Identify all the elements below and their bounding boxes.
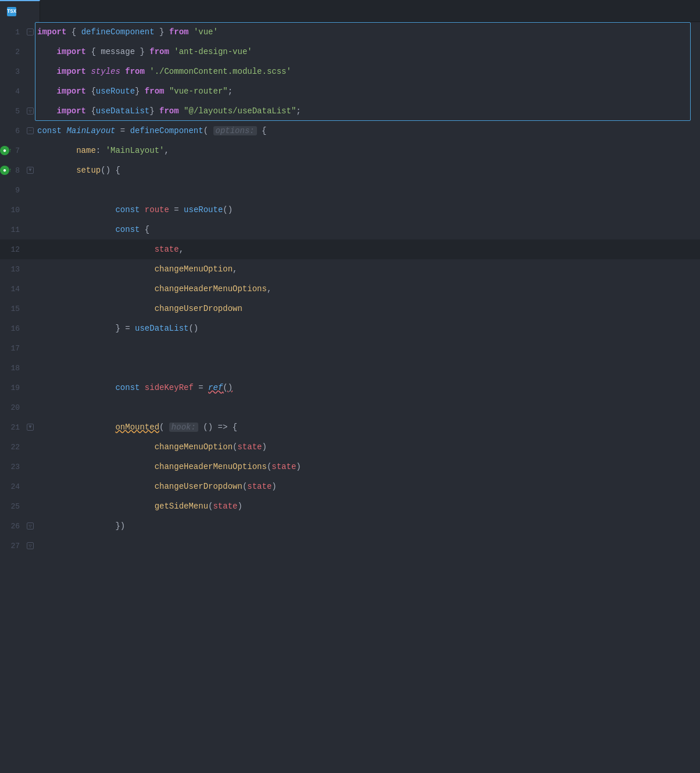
code-line-13: 13 changeMenuOption, <box>0 259 700 279</box>
code-content-23: changeHeaderMenuOptions(state) <box>35 457 700 477</box>
tab-close-button[interactable] <box>23 7 33 16</box>
code-content-3: import styles from './CommonContent.modu… <box>35 62 700 81</box>
code-line-14: 14 changeHeaderMenuOptions, <box>0 279 700 299</box>
code-content-21: onMounted( hook: () => { <box>35 417 700 437</box>
line-number-5: 5 <box>15 107 20 116</box>
code-line-23: 23 changeHeaderMenuOptions(state) <box>0 457 700 477</box>
code-line-5: 5▽ import {useDataList} from "@/layouts/… <box>0 101 700 121</box>
code-content-25: getSideMenu(state) <box>35 496 700 516</box>
line-number-6: 6 <box>15 127 20 135</box>
code-content-27 <box>35 536 700 556</box>
code-line-18: 18 <box>0 358 700 378</box>
code-content-8: setup() { <box>35 160 700 180</box>
line-number-1: 1 <box>15 28 20 37</box>
fold-icon-21[interactable]: ▼ <box>27 424 34 431</box>
code-content-9 <box>35 180 700 200</box>
line-number-17: 17 <box>10 344 20 353</box>
line-number-7: 7 <box>15 146 20 155</box>
code-content-16: } = useDataList() <box>35 318 700 338</box>
line-number-14: 14 <box>10 285 20 294</box>
line-number-23: 23 <box>10 463 20 471</box>
code-content-18 <box>35 358 700 378</box>
editor-area: 1−import { defineComponent } from 'vue'2… <box>0 22 700 773</box>
line-number-27: 27 <box>10 542 20 550</box>
line-number-11: 11 <box>10 226 20 234</box>
code-line-11: 11 const { <box>0 220 700 239</box>
code-content-26: }) <box>35 516 700 536</box>
git-badge-8: ● <box>0 166 9 175</box>
code-content-17 <box>35 338 700 358</box>
code-content-2: import { message } from 'ant-design-vue' <box>35 42 700 62</box>
line-number-16: 16 <box>10 324 20 333</box>
code-content-14: changeHeaderMenuOptions, <box>35 279 700 299</box>
line-number-3: 3 <box>15 67 20 76</box>
line-number-15: 15 <box>10 305 20 313</box>
code-line-1: 1−import { defineComponent } from 'vue' <box>0 22 700 42</box>
fold-icon-8[interactable]: ▼ <box>27 167 34 174</box>
tab-bar: TSX <box>0 0 700 22</box>
code-area: 1−import { defineComponent } from 'vue'2… <box>0 22 700 773</box>
code-line-8: ●↑8▼ setup() { <box>0 160 700 180</box>
code-line-24: 24 changeUserDropdown(state) <box>0 477 700 496</box>
code-line-12: 12 state, <box>0 239 700 259</box>
code-line-16: 16 } = useDataList() <box>0 318 700 338</box>
code-line-22: 22 changeMenuOption(state) <box>0 437 700 457</box>
code-content-12: state, <box>35 239 700 259</box>
app-window: TSX 1−import { defineComponent } from 'v… <box>0 0 700 773</box>
fold-icon-6[interactable]: − <box>27 127 34 134</box>
code-line-15: 15 changeUserDropdown <box>0 299 700 318</box>
code-line-25: 25 getSideMenu(state) <box>0 496 700 516</box>
code-line-27: 27▽ <box>0 536 700 556</box>
code-line-4: 4 import {useRoute} from "vue-router"; <box>0 81 700 101</box>
line-number-4: 4 <box>15 87 20 96</box>
git-badge-7: ● <box>0 146 9 155</box>
code-line-17: 17 <box>0 338 700 358</box>
fold-end-icon-26[interactable]: ▽ <box>27 523 34 529</box>
code-content-7: name: 'MainLayout', <box>35 141 700 160</box>
line-number-20: 20 <box>10 403 20 412</box>
code-line-9: 9 <box>0 180 700 200</box>
line-number-12: 12 <box>10 245 20 254</box>
line-number-19: 19 <box>10 384 20 392</box>
code-content-4: import {useRoute} from "vue-router"; <box>35 81 700 101</box>
code-content-19: const sideKeyRef = ref() <box>35 378 700 398</box>
code-content-22: changeMenuOption(state) <box>35 437 700 457</box>
code-line-26: 26▽ }) <box>0 516 700 536</box>
code-content-5: import {useDataList} from "@/layouts/use… <box>35 101 700 121</box>
line-number-21: 21 <box>10 423 20 432</box>
code-line-3: 3 import styles from './CommonContent.mo… <box>0 62 700 81</box>
line-number-25: 25 <box>10 502 20 511</box>
code-line-2: 2 import { message } from 'ant-design-vu… <box>0 42 700 62</box>
fold-icon-1[interactable]: − <box>27 28 34 35</box>
code-content-1: import { defineComponent } from 'vue' <box>35 22 700 42</box>
line-number-10: 10 <box>10 206 20 214</box>
line-number-2: 2 <box>15 48 20 56</box>
line-number-13: 13 <box>10 265 20 274</box>
line-number-9: 9 <box>15 186 20 195</box>
code-line-20: 20 <box>0 398 700 417</box>
code-content-20 <box>35 398 700 417</box>
line-number-22: 22 <box>10 443 20 452</box>
code-line-21: 21▼ onMounted( hook: () => { <box>0 417 700 437</box>
code-content-11: const { <box>35 220 700 239</box>
code-content-10: const route = useRoute() <box>35 200 700 220</box>
code-line-10: 10 const route = useRoute() <box>0 200 700 220</box>
line-number-8: 8 <box>15 166 20 175</box>
code-line-19: 19 const sideKeyRef = ref() <box>0 378 700 398</box>
fold-end-icon-27[interactable]: ▽ <box>27 542 34 549</box>
code-line-6: 6−const MainLayout = defineComponent( op… <box>0 121 700 141</box>
line-number-26: 26 <box>10 522 20 531</box>
line-number-24: 24 <box>10 482 20 491</box>
code-content-13: changeMenuOption, <box>35 259 700 279</box>
code-content-24: changeUserDropdown(state) <box>35 477 700 496</box>
fold-end-icon-5[interactable]: ▽ <box>27 108 34 114</box>
tab-mainlayout[interactable]: TSX <box>0 0 40 22</box>
tsx-icon: TSX <box>7 7 16 16</box>
code-content-15: changeUserDropdown <box>35 299 700 318</box>
code-line-7: ●↑7 name: 'MainLayout', <box>0 141 700 160</box>
line-number-18: 18 <box>10 364 20 373</box>
code-content-6: const MainLayout = defineComponent( opti… <box>35 121 700 141</box>
